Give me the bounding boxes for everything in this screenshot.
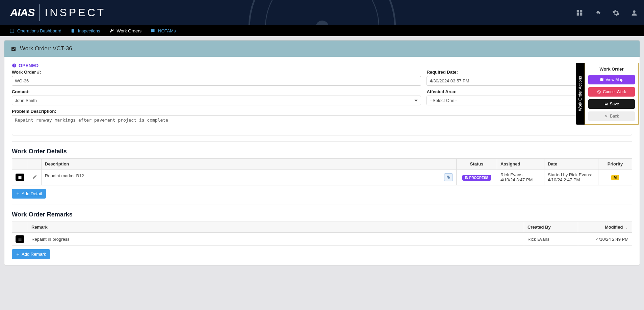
status-indicator: OPENED <box>12 63 632 68</box>
row-menu-button[interactable] <box>16 174 24 181</box>
plus-icon <box>16 252 20 256</box>
priority-badge: M <box>611 175 619 180</box>
details-table: Description Status Assigned Date Priorit… <box>12 158 632 185</box>
svg-rect-19 <box>72 29 73 30</box>
close-icon <box>604 114 608 118</box>
remarks-row: Repaint in progress Rick Evans 4/10/24 2… <box>12 233 632 246</box>
chat-button[interactable] <box>444 173 453 181</box>
work-order-card: Work Order: VCT-36 OPENED Work Order #: … <box>4 40 640 265</box>
wo-number-label: Work Order #: <box>12 70 421 75</box>
svg-rect-11 <box>577 10 579 12</box>
svg-rect-31 <box>19 178 22 179</box>
edit-icon[interactable] <box>32 174 37 180</box>
svg-rect-36 <box>19 240 19 241</box>
remarks-header-modified[interactable]: Modified <box>578 222 632 233</box>
contact-label: Contact: <box>12 89 421 94</box>
svg-rect-20 <box>11 47 16 51</box>
calendar-check-icon <box>10 46 17 52</box>
problem-desc-label: Problem Description: <box>12 109 632 114</box>
add-remark-button[interactable]: Add Remark <box>12 249 50 259</box>
status-badge: IN PROGRESS <box>462 175 491 181</box>
handshake-icon[interactable] <box>594 9 601 17</box>
details-header-assigned: Assigned <box>497 159 544 170</box>
nav-operations-dashboard[interactable]: Operations Dashboard <box>9 28 61 33</box>
details-header-date: Date <box>544 159 598 170</box>
svg-rect-29 <box>19 177 22 178</box>
dashboard-icon <box>9 28 15 33</box>
sort-desc-icon <box>625 226 628 229</box>
svg-rect-13 <box>577 13 579 15</box>
svg-point-25 <box>14 64 15 65</box>
actions-box: Work Order View Map Cancel Work Save Bac… <box>585 63 639 125</box>
back-button[interactable]: Back <box>588 111 635 121</box>
chat-icon <box>446 175 451 180</box>
remarks-header-blank <box>12 222 28 233</box>
nav-inspections[interactable]: Inspections <box>70 28 100 33</box>
nav-notams[interactable]: NOTAMs <box>150 28 176 33</box>
remarks-table: Remark Created By Modified <box>12 222 632 246</box>
apps-icon[interactable] <box>576 9 583 17</box>
card-header: Work Order: VCT-36 <box>4 41 640 57</box>
cancel-icon <box>597 90 601 94</box>
remark-modified: 4/10/24 2:49 PM <box>578 233 632 246</box>
separator <box>12 141 632 142</box>
svg-rect-26 <box>19 176 19 177</box>
save-button[interactable]: Save <box>588 99 635 109</box>
top-bar: AIAS INSPECT <box>0 0 644 25</box>
status-text: OPENED <box>19 63 38 68</box>
list-icon <box>18 237 22 241</box>
details-section-title: Work Order Details <box>12 148 632 155</box>
user-icon[interactable] <box>630 9 638 17</box>
separator <box>12 205 632 205</box>
details-header-description: Description <box>42 159 457 170</box>
svg-rect-34 <box>19 239 19 240</box>
svg-line-39 <box>598 91 600 93</box>
view-map-button[interactable]: View Map <box>588 75 635 84</box>
wrench-icon <box>109 28 114 33</box>
cancel-work-button[interactable]: Cancel Work <box>588 87 635 97</box>
actions-tab[interactable]: Work Order Actions <box>576 63 585 125</box>
svg-point-2 <box>315 21 328 25</box>
map-icon <box>600 78 604 82</box>
nav-label: Inspections <box>78 28 100 33</box>
remarks-header-createdby: Created By <box>524 222 578 233</box>
problem-desc-textarea[interactable]: Repaint runway markings after pavement p… <box>12 115 632 135</box>
nav-work-orders[interactable]: Work Orders <box>109 28 141 33</box>
plus-icon <box>16 192 20 196</box>
details-header-status: Status <box>457 159 497 170</box>
contact-select[interactable]: John Smith <box>12 96 421 105</box>
svg-rect-14 <box>580 13 582 15</box>
wo-number-input[interactable] <box>12 76 421 86</box>
topbar-icon-group <box>576 9 638 17</box>
assigned-name: Rick Evans <box>500 172 541 177</box>
remarks-section-title: Work Order Remarks <box>12 211 632 218</box>
logo-text-sub: INSPECT <box>45 6 106 19</box>
logo-text-main: AIAS <box>10 6 34 19</box>
date-line2: 4/10/24 2:47 PM <box>548 177 595 182</box>
remarks-header-remark: Remark <box>28 222 524 233</box>
remark-createdby: Rick Evans <box>524 233 578 246</box>
details-header-priority: Priority <box>598 159 632 170</box>
svg-rect-30 <box>19 178 19 179</box>
add-detail-button[interactable]: Add Detail <box>12 189 46 199</box>
save-icon <box>604 102 608 106</box>
svg-rect-24 <box>14 65 14 67</box>
comment-icon <box>150 28 155 33</box>
remark-text: Repaint in progress <box>28 233 524 246</box>
svg-rect-21 <box>12 46 13 48</box>
svg-rect-18 <box>72 29 74 32</box>
details-header-blank2 <box>28 159 42 170</box>
compass-decoration <box>241 0 403 25</box>
svg-rect-28 <box>19 177 19 178</box>
nav-label: Operations Dashboard <box>17 28 61 33</box>
svg-rect-37 <box>19 240 22 241</box>
svg-rect-35 <box>19 239 22 240</box>
assigned-date: 4/10/24 3:47 PM <box>500 177 541 182</box>
gear-icon[interactable] <box>612 9 620 17</box>
logo: AIAS INSPECT <box>10 4 106 21</box>
detail-description: Repaint marker B12 <box>45 173 84 178</box>
row-menu-button[interactable] <box>16 235 24 243</box>
svg-rect-22 <box>14 46 15 48</box>
actions-panel: Work Order Actions Work Order View Map C… <box>576 63 639 125</box>
details-row: Repaint marker B12 IN PROGRESS Rick Evan… <box>12 170 632 185</box>
